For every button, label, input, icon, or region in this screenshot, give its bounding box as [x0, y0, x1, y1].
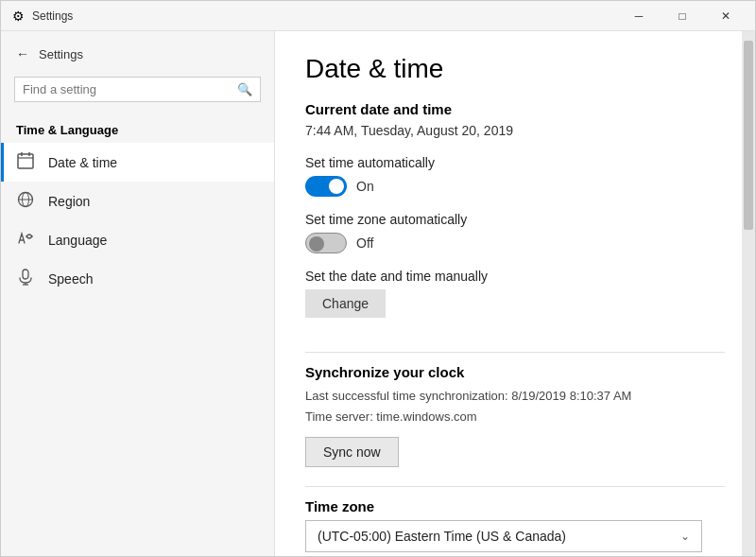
sidebar-item-region[interactable]: Region: [1, 182, 274, 220]
settings-icon: ⚙: [12, 9, 25, 24]
set-timezone-auto-toggle-row: Off: [305, 233, 725, 253]
timezone-section: Time zone (UTC-05:00) Eastern Time (US &…: [305, 498, 725, 552]
set-time-auto-row: Set time automatically On: [305, 155, 725, 197]
sidebar-item-speech-label: Speech: [48, 271, 93, 287]
divider: [305, 352, 725, 353]
set-time-auto-toggle-row: On: [305, 176, 725, 197]
sidebar-item-date-time[interactable]: Date & time: [1, 143, 274, 182]
toggle-knob-on: [329, 179, 344, 194]
maximize-button[interactable]: □: [661, 1, 704, 31]
set-manually-row: Set the date and time manually Change: [305, 269, 725, 337]
back-arrow-icon: ←: [16, 46, 29, 61]
sidebar-item-region-label: Region: [48, 194, 90, 209]
svg-rect-0: [18, 154, 33, 168]
search-box[interactable]: 🔍: [14, 77, 261, 102]
divider-2: [305, 486, 725, 487]
back-button[interactable]: ← Settings: [1, 39, 274, 69]
set-timezone-auto-toggle-value: Off: [356, 235, 373, 251]
region-icon: [16, 191, 35, 211]
close-button[interactable]: ✕: [704, 1, 747, 31]
sidebar: ← Settings 🔍 Time & Language Date & tim: [1, 31, 275, 556]
minimize-button[interactable]: ─: [617, 1, 661, 31]
svg-rect-7: [23, 270, 28, 279]
current-date-section-title: Current date and time: [305, 101, 725, 117]
chevron-down-icon: ⌄: [680, 530, 690, 543]
set-manually-label: Set the date and time manually: [305, 269, 725, 284]
title-bar-title: Settings: [32, 9, 73, 23]
set-time-auto-toggle-value: On: [356, 179, 374, 194]
scrollbar-thumb[interactable]: [744, 41, 753, 230]
search-input[interactable]: [23, 82, 232, 96]
set-time-auto-label: Set time automatically: [305, 155, 725, 170]
speech-icon: [16, 269, 35, 288]
change-button[interactable]: Change: [305, 289, 386, 318]
language-icon: [16, 230, 35, 250]
settings-window: ⚙ Settings ─ □ ✕ ← Settings 🔍 Time & Lan…: [0, 0, 756, 557]
timezone-label: Time zone: [305, 498, 725, 514]
timezone-dropdown[interactable]: (UTC-05:00) Eastern Time (US & Canada) ⌄: [305, 520, 702, 552]
content-area: ← Settings 🔍 Time & Language Date & tim: [1, 31, 755, 556]
sidebar-item-speech[interactable]: Speech: [1, 259, 274, 298]
date-time-icon: [16, 152, 35, 172]
sidebar-section-label: Time & Language: [1, 110, 274, 143]
title-bar-controls: ─ □ ✕: [617, 1, 747, 31]
set-timezone-auto-toggle[interactable]: [305, 233, 347, 253]
title-bar: ⚙ Settings ─ □ ✕: [1, 1, 755, 31]
sidebar-item-language[interactable]: Language: [1, 220, 274, 259]
search-icon: 🔍: [237, 82, 252, 96]
toggle-knob-off: [309, 236, 324, 252]
scrollbar[interactable]: [742, 31, 755, 556]
page-title: Date & time: [305, 54, 725, 84]
sync-section-title: Synchronize your clock: [305, 364, 725, 380]
sidebar-item-language-label: Language: [48, 233, 107, 248]
set-timezone-auto-label: Set time zone automatically: [305, 212, 725, 227]
main-content: Date & time Current date and time 7:44 A…: [275, 31, 755, 556]
sync-last-info: Last successful time synchronization: 8/…: [305, 386, 725, 427]
sync-server-text: Time server: time.windows.com: [305, 407, 725, 427]
timezone-value: (UTC-05:00) Eastern Time (US & Canada): [318, 529, 566, 544]
title-bar-left: ⚙ Settings: [12, 9, 73, 24]
sync-last-text: Last successful time synchronization: 8/…: [305, 386, 725, 407]
back-label: Settings: [39, 47, 83, 61]
set-timezone-auto-row: Set time zone automatically Off: [305, 212, 725, 253]
current-datetime-value: 7:44 AM, Tuesday, August 20, 2019: [305, 123, 725, 138]
sidebar-item-date-time-label: Date & time: [48, 155, 117, 170]
sync-section: Synchronize your clock Last successful t…: [305, 364, 725, 467]
sync-now-button[interactable]: Sync now: [305, 437, 399, 467]
set-time-auto-toggle[interactable]: [305, 176, 347, 197]
